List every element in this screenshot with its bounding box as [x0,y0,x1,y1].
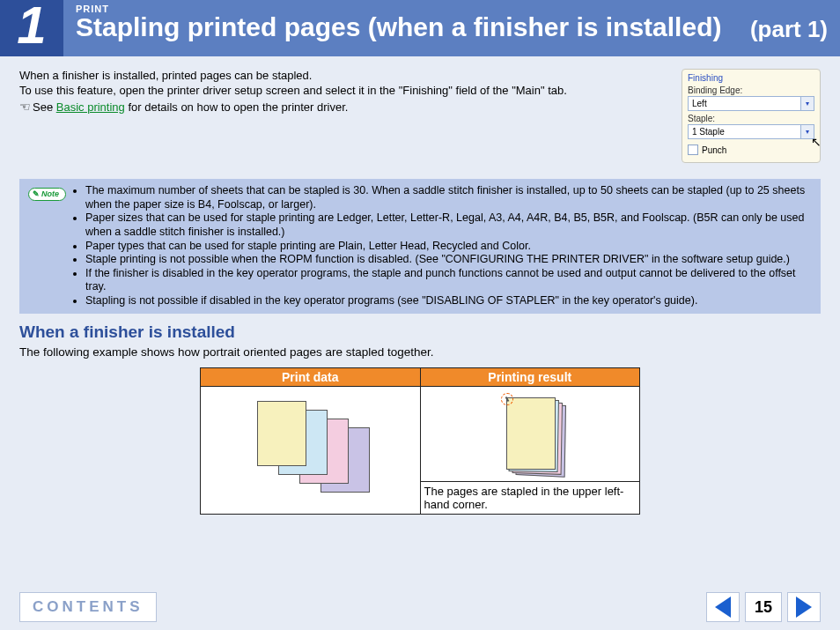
result-caption: The pages are stapled in the upper left-… [421,481,640,514]
see-suffix: for details on how to open the printer d… [125,100,349,114]
punch-label: Punch [702,145,726,155]
intro-line1: When a finisher is installed, printed pa… [19,69,666,84]
prev-page-button[interactable] [706,592,740,622]
next-page-button[interactable] [787,592,821,622]
sheet-icon [257,401,306,466]
section-heading: When a finisher is installed [19,322,821,342]
chevron-down-icon: ▾ [800,97,814,110]
triangle-right-icon [796,597,812,618]
intro-line2: To use this feature, open the printer dr… [19,84,666,99]
note-item: Paper sizes that can be used for staple … [85,211,812,239]
footer: CONTENTS 15 [0,584,840,630]
staple-label: Staple: [688,114,814,123]
section-description: The following example shows how portrait… [19,345,821,359]
pointer-icon: ☜ [19,99,31,115]
note-list: The maximum number of sheets that can be… [75,184,812,308]
note-item: The maximum number of sheets that can be… [85,184,812,211]
printing-result-cell: The pages are stapled in the upper left-… [420,386,640,514]
note-item: Stapling is not possible if disabled in … [85,294,812,308]
print-data-diagram [239,401,380,498]
chevron-down-icon: ▾ [800,125,814,138]
col-printing-result: Printing result [420,367,640,386]
note-badge: Note [28,188,66,201]
intro-see-line: ☜See Basic printing for details on how t… [19,99,666,115]
basic-printing-link[interactable]: Basic printing [56,100,125,114]
binding-edge-label: Binding Edge: [688,85,814,95]
note-box: Note The maximum number of sheets that c… [19,179,821,314]
note-item: Staple printing is not possible when the… [85,253,812,267]
see-prefix: See [33,100,56,114]
finishing-group-label: Finishing [688,73,814,83]
note-item: Paper types that can be used for staple … [85,240,812,254]
col-print-data: Print data [201,367,421,386]
print-data-cell [201,386,421,514]
punch-checkbox[interactable] [688,145,698,155]
page-header: 1 PRINT Stapling printed pages (when a f… [0,0,840,56]
page-title: Stapling printed pages (when a finisher … [76,12,740,42]
sheet-icon [506,397,556,470]
intro-text: When a finisher is installed, printed pa… [19,69,666,163]
binding-edge-value: Left [692,99,707,108]
page-number: 15 [745,592,782,622]
example-table: Print data Printing result [200,367,640,515]
note-item: If the finisher is disabled in the key o… [85,267,812,294]
binding-edge-select[interactable]: Left ▾ [688,96,814,111]
contents-button[interactable]: CONTENTS [19,592,157,622]
staple-value: 1 Staple [692,127,725,137]
step-number: 1 [0,0,63,56]
triangle-left-icon [715,597,731,618]
header-titles: PRINT Stapling printed pages (when a fin… [63,0,750,56]
part-label: (part 1) [750,0,840,56]
staple-indicator-icon [501,393,513,405]
finishing-panel: Finishing Binding Edge: Left ▾ Staple: 1… [682,69,821,163]
staple-select[interactable]: 1 Staple ▾ [688,124,814,139]
printing-result-diagram [477,397,583,494]
